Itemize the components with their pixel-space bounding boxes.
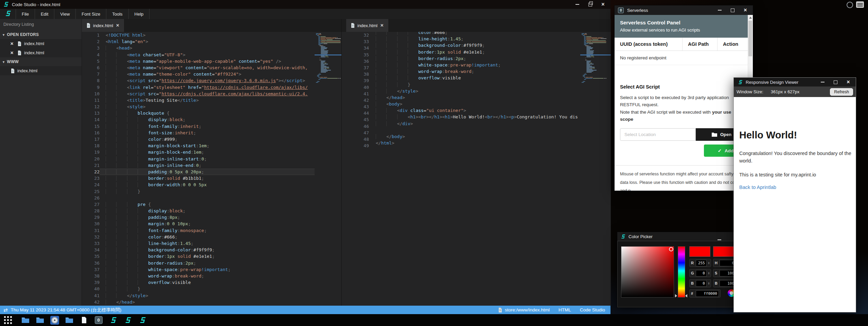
code-text[interactable]: color:#666; line-height:1.45; background… (376, 32, 580, 146)
taskbar-code-studio-2-icon[interactable] (123, 316, 132, 325)
close-button[interactable]: × (743, 7, 747, 13)
code-line (376, 127, 580, 133)
scroll-up-icon[interactable] (749, 17, 752, 19)
taskbar-code-studio-1-icon[interactable] (109, 316, 118, 325)
minimap[interactable] (580, 32, 611, 306)
code-line: display:block; (106, 208, 315, 214)
scrollbar-thumb[interactable] (748, 21, 752, 56)
code-line: <div class="ui container"> (376, 107, 580, 114)
line-number: 46 (342, 123, 369, 130)
file-label: index.html (17, 68, 37, 73)
menu-bar: FileEditViewFont SizeToolsHelp (0, 9, 610, 19)
code-line: <head> (106, 45, 315, 51)
maximize-button[interactable] (730, 8, 734, 12)
minimize-button[interactable] (718, 236, 721, 241)
line-number: 15 (82, 123, 100, 130)
line-number: 33 (342, 38, 369, 45)
tab-index-html-1[interactable]: index.html ✕ (82, 19, 124, 32)
taskbar-document-icon[interactable] (79, 316, 88, 325)
desktop-status-circle-icon[interactable] (847, 2, 853, 8)
taskbar-folder-1-icon[interactable] (21, 316, 30, 325)
sidebar-item-index.html[interactable]: index.html (0, 66, 82, 75)
saturation-square[interactable] (621, 246, 674, 298)
menu-file[interactable]: File (16, 9, 35, 19)
minimize-button[interactable] (820, 82, 825, 82)
code-line: </style> (106, 292, 315, 299)
blue-field[interactable]: B0 ▴▾ (689, 279, 711, 287)
line-number: 25 (82, 188, 100, 195)
table-empty-row: No registered endpoint (615, 51, 748, 65)
serverless-title: Serverless (627, 8, 648, 13)
active-line-highlight (100, 169, 315, 175)
restore-button[interactable] (588, 3, 592, 6)
file-icon (18, 41, 21, 46)
stepper-icon[interactable]: ▴▾ (708, 272, 709, 274)
viewer-title-bar[interactable]: Responsive Design Viewer × (734, 78, 856, 87)
menu-view[interactable]: View (54, 9, 76, 19)
line-number: 8 (82, 77, 100, 84)
hex-field[interactable]: #ff0000 (689, 289, 721, 298)
line-number: 42 (342, 97, 369, 103)
code-line: border:1px solid #e1e1e1; (106, 253, 315, 260)
stepper-icon[interactable]: ▴▾ (708, 262, 709, 264)
status-time[interactable]: Thu May 11 2023 21:54:48 GMT+0800 (台北標準時… (11, 307, 122, 313)
code-line: </body> (376, 133, 580, 140)
menu-edit[interactable]: Edit (35, 9, 54, 19)
rendered-page: Hello World! Congratulation! You discove… (734, 97, 856, 312)
color-cursor-icon[interactable] (669, 247, 673, 251)
taskbar-disc-icon[interactable] (50, 316, 59, 325)
serverless-title-bar[interactable]: 0 Serverless × (615, 5, 753, 15)
sidebar-item-index.html[interactable]: ✕index.html (0, 48, 82, 57)
script-location-input[interactable] (620, 128, 696, 141)
taskbar-code-studio-3-icon[interactable] (138, 316, 147, 325)
code-line: </style> (376, 88, 580, 94)
red-field[interactable]: R255 ▴▾ (689, 259, 711, 267)
code-line: border-radius:2px; (106, 260, 315, 266)
line-number: 18 (82, 142, 100, 149)
status-app[interactable]: Code Studio (580, 307, 605, 312)
refresh-button[interactable]: Refresh (830, 88, 853, 96)
editor-pane-2: index.html ✕ 323334353637383940414243444… (341, 19, 611, 306)
back-link[interactable]: Back to Aprintlab (739, 185, 776, 190)
line-number: 2 (82, 38, 100, 45)
sidebar-section-open-editors[interactable]: ▾OPEN EDITORS (0, 30, 82, 39)
taskbar-folder-3-icon[interactable] (65, 316, 74, 325)
code-line: <meta name="theme-color" content="#ff922… (106, 71, 315, 77)
hue-slider[interactable] (678, 246, 685, 298)
taskbar-app-launcher-icon[interactable] (4, 316, 15, 325)
line-number: 9 (82, 84, 100, 91)
sidebar-section-www[interactable]: ▾WWW (0, 57, 82, 66)
close-icon[interactable]: ✕ (10, 41, 15, 46)
minimize-button[interactable] (575, 4, 579, 5)
tab-index-html-2[interactable]: index.html ✕ (346, 19, 388, 32)
desktop-menu-icon[interactable] (856, 1, 864, 8)
sidebar-item-index.html[interactable]: ✕index.html (0, 39, 82, 48)
page-heading: Hello World! (739, 130, 850, 141)
line-number: 14 (82, 116, 100, 123)
menu-tools[interactable]: Tools (106, 9, 128, 19)
status-file[interactable]: store:/www/index.html (498, 307, 550, 312)
panel-title: Serverless Control Panel (620, 20, 743, 25)
line-number: 41 (82, 292, 100, 299)
minimize-button[interactable] (718, 10, 722, 11)
menu-help[interactable]: Help (129, 9, 150, 19)
close-icon[interactable]: ✕ (10, 51, 15, 55)
minimap[interactable] (315, 32, 342, 306)
taskbar-serverless-app-icon[interactable]: 0 (94, 316, 103, 325)
tab-bar-2: index.html ✕ (342, 19, 611, 32)
code-editor-1[interactable]: 1234567891011121314151617181920212223242… (82, 32, 315, 306)
line-number: 13 (82, 110, 100, 116)
close-button[interactable]: × (846, 79, 850, 85)
stepper-icon[interactable]: ▴▾ (708, 282, 709, 285)
status-language[interactable]: HTML (559, 307, 571, 312)
maximize-button[interactable] (833, 80, 837, 84)
close-tab-icon[interactable]: ✕ (116, 23, 119, 28)
green-field[interactable]: G0 ▴▾ (689, 269, 711, 277)
taskbar-folder-2-icon[interactable] (36, 316, 45, 325)
warning-line: data loss. Please use this function with… (620, 178, 747, 191)
menu-font-size[interactable]: Font Size (76, 9, 106, 19)
close-tab-icon[interactable]: ✕ (380, 23, 384, 28)
code-editor-2[interactable]: 323334353637383940414243444546474849 col… (342, 32, 580, 306)
title-bar[interactable]: Code Studio - index.html × (0, 0, 610, 9)
close-button[interactable]: × (601, 2, 605, 7)
